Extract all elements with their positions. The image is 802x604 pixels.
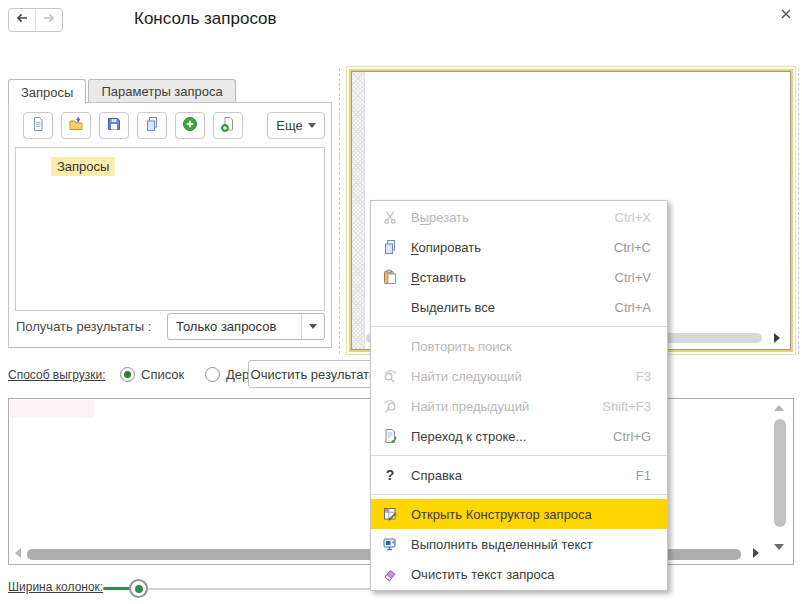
column-width-slider-thumb[interactable] (129, 579, 148, 598)
goto-line-icon (382, 428, 398, 444)
menu-item-paste[interactable]: ВставитьCtrl+V (371, 262, 667, 292)
menu-item-label: Вырезать (411, 210, 469, 225)
menu-item-shortcut: Ctrl+X (615, 210, 651, 225)
copy-documents-icon (144, 116, 160, 136)
nav-button-group (8, 8, 63, 32)
menu-item-label: Повторить поиск (411, 339, 512, 354)
menu-item-label: Справка (411, 468, 462, 483)
results-grid-cell[interactable] (10, 400, 94, 418)
menu-item-shortcut: F1 (636, 468, 651, 483)
menu-item-clear-query-text[interactable]: Очистить текст запроса (371, 559, 667, 589)
menu-item-repeat-search: Повторить поиск (371, 331, 667, 361)
page-title: Консоль запросов (134, 9, 277, 29)
scroll-down-icon[interactable] (774, 544, 784, 550)
tree-item[interactable]: Запросы (51, 157, 115, 176)
forward-button[interactable] (35, 9, 62, 31)
vertical-scrollbar-thumb[interactable] (774, 419, 786, 527)
open-folder-icon (68, 116, 84, 136)
menu-item-label: Выполнить выделенный текст (411, 537, 593, 552)
menu-item-select-all[interactable]: Выделить всеCtrl+A (371, 292, 667, 322)
save-button[interactable] (99, 112, 129, 139)
menu-item-label: Очистить текст запроса (411, 567, 555, 582)
tab-bar: ЗапросыПараметры запроса (8, 79, 238, 103)
save-icon (106, 116, 122, 136)
eraser-icon (382, 566, 398, 582)
export-mode-label[interactable]: Способ выгрузки: (8, 368, 106, 382)
editor-right-splitter[interactable] (798, 68, 799, 354)
scroll-right-icon[interactable] (753, 548, 759, 558)
close-button[interactable] (776, 6, 796, 26)
find-previous-icon (382, 398, 398, 414)
menu-item-shortcut: Ctrl+V (615, 270, 651, 285)
menu-item-label: Копировать (411, 240, 481, 255)
menu-separator (371, 455, 667, 456)
radio-tree[interactable] (205, 367, 220, 382)
menu-item-copy[interactable]: КопироватьCtrl+C (371, 232, 667, 262)
menu-item-run-selected-text[interactable]: Выполнить выделенный текст (371, 529, 667, 559)
menu-item-shortcut: Ctrl+C (614, 240, 651, 255)
queries-tree[interactable]: Запросы (15, 147, 325, 311)
menu-item-label: Открыть Конструктор запроса (411, 507, 592, 522)
column-width-label[interactable]: Ширина колонок: (8, 580, 103, 594)
scroll-right-icon[interactable] (774, 333, 780, 343)
menu-item-label: Переход к строке... (411, 429, 526, 444)
menu-item-label: Найти предыдущий (411, 399, 529, 414)
clear-results-button[interactable]: Очистить результаты (248, 360, 381, 388)
radio-list[interactable] (120, 367, 135, 382)
add-document-button[interactable] (213, 112, 243, 139)
add-document-icon (220, 116, 236, 136)
panel-splitter[interactable] (339, 68, 340, 354)
run-text-icon (382, 536, 398, 552)
new-query-button[interactable] (23, 112, 53, 139)
menu-item-shortcut: Ctrl+G (613, 429, 651, 444)
menu-item-label: Вставить (411, 270, 466, 285)
open-button[interactable] (61, 112, 91, 139)
more-button[interactable]: Еще (267, 112, 325, 139)
menu-item-label: Выделить все (411, 300, 495, 315)
find-next-icon (382, 368, 398, 384)
menu-separator (371, 326, 667, 327)
menu-item-open-query-designer[interactable]: Открыть Конструктор запроса (371, 499, 667, 529)
close-icon (778, 6, 794, 26)
chevron-down-icon (309, 324, 317, 329)
queries-panel: Еще Запросы Получать результаты : Только… (8, 102, 332, 348)
queries-toolbar: Еще (15, 112, 325, 139)
paste-icon (382, 269, 398, 285)
arrow-right-icon (41, 10, 57, 30)
results-mode-row: Получать результаты : Только запросов (15, 313, 325, 340)
menu-item-cut: ВырезатьCtrl+X (371, 202, 667, 232)
menu-item-shortcut: Ctrl+A (615, 300, 651, 315)
new-document-icon (30, 116, 46, 136)
menu-item-label: Найти следующий (411, 369, 522, 384)
results-mode-select[interactable]: Только запросов (167, 313, 325, 340)
menu-item-shortcut: Shift+F3 (602, 399, 651, 414)
menu-item-find-next: Найти следующийF3 (371, 361, 667, 391)
menu-item-shortcut: F3 (636, 369, 651, 384)
arrow-left-icon (14, 10, 30, 30)
tab-query-parameters[interactable]: Параметры запроса (88, 79, 235, 103)
results-mode-label: Получать результаты : (16, 319, 151, 334)
query-designer-icon (382, 506, 398, 522)
copy-icon (382, 239, 398, 255)
copy-button[interactable] (137, 112, 167, 139)
column-width-slider-track-filled[interactable] (103, 587, 130, 590)
menu-item-find-previous: Найти предыдущийShift+F3 (371, 391, 667, 421)
scroll-left-icon[interactable] (15, 548, 21, 558)
radio-list-label[interactable]: Список (141, 367, 184, 382)
menu-item-help[interactable]: ?СправкаF1 (371, 460, 667, 490)
more-button-label: Еще (276, 118, 302, 133)
menu-separator (371, 494, 667, 495)
editor-context-menu: ВырезатьCtrl+XКопироватьCtrl+CВставитьCt… (370, 200, 668, 591)
back-button[interactable] (9, 9, 35, 31)
results-mode-dropdown-button[interactable] (301, 314, 324, 339)
help-icon: ? (382, 467, 398, 483)
add-icon (182, 116, 198, 136)
results-mode-value: Только запросов (176, 319, 276, 334)
add-button[interactable] (175, 112, 205, 139)
editor-gutter (352, 72, 365, 349)
chevron-down-icon (308, 123, 316, 128)
cut-icon (382, 209, 398, 225)
tab-queries[interactable]: Запросы (8, 79, 86, 104)
scroll-up-icon[interactable] (774, 405, 784, 411)
menu-item-goto-line[interactable]: Переход к строке...Ctrl+G (371, 421, 667, 451)
